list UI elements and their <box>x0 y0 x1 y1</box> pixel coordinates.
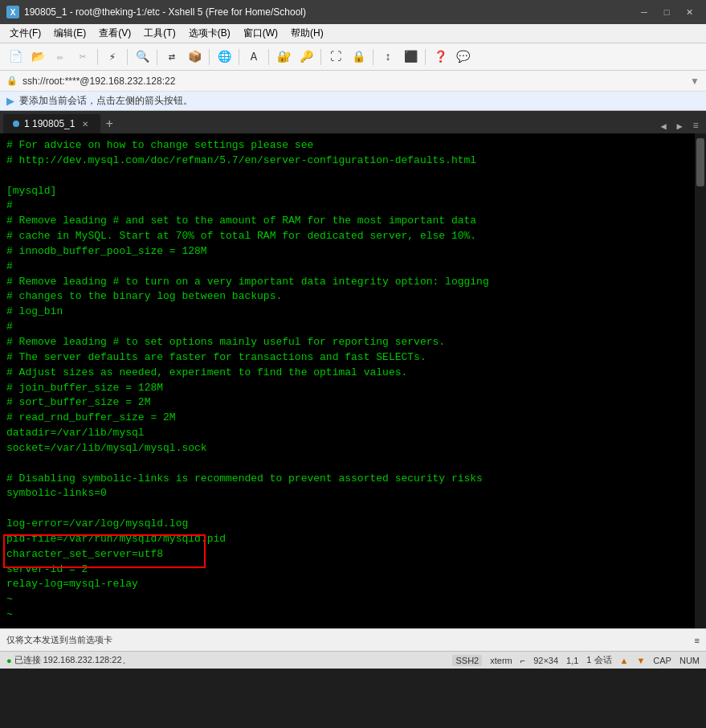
menu-help[interactable]: 帮助(H) <box>284 25 330 42</box>
menu-view[interactable]: 查看(V) <box>92 25 137 42</box>
toolbar-sep-6 <box>268 49 269 65</box>
toolbar-sep-3 <box>157 49 157 65</box>
toolbar-sep-2 <box>127 49 128 65</box>
status-bar: ● 已连接 192.168.232.128:22、 SSH2 xterm ⌐ 9… <box>0 651 706 669</box>
tab-active[interactable]: 1 190805_1 ✕ <box>3 114 100 133</box>
download-icon: ▼ <box>636 656 645 665</box>
search-button[interactable]: 🔍 <box>132 47 153 67</box>
terminal-type: xterm <box>490 656 512 665</box>
status-right: SSH2 xterm ⌐ 92×34 1,1 1 会话 ▲ ▼ CAP NUM <box>452 654 700 666</box>
tab-indicator <box>13 121 19 127</box>
terminal-wrapper: # For advice on how to change settings p… <box>0 133 706 628</box>
sessions-info: 1 会话 <box>586 654 611 666</box>
toolbar-sep-4 <box>209 49 210 65</box>
menu-file[interactable]: 文件(F) <box>3 25 47 42</box>
size-value: 92×34 <box>533 656 558 665</box>
bottom-right: ≡ <box>695 636 700 645</box>
add-tab-button[interactable]: + <box>100 116 118 133</box>
scroll-up-button[interactable]: ↕ <box>377 47 398 67</box>
transfer-button[interactable]: ⇄ <box>161 47 182 67</box>
toolbar-sep-9 <box>425 49 426 65</box>
info-text: 要添加当前会话，点击左侧的箭头按钮。 <box>19 94 193 108</box>
terminal-size: ⌐ <box>520 656 525 665</box>
address-bar: 🔒 ssh://root:****@192.168.232.128:22 ▼ <box>0 71 706 92</box>
bottom-bar: 仅将文本发送到当前选项卡 ≡ <box>0 628 706 651</box>
address-dropdown[interactable]: ▼ <box>690 76 700 87</box>
window-title: 190805_1 - root@theking-1:/etc - Xshell … <box>24 6 306 18</box>
title-bar: X 190805_1 - root@theking-1:/etc - Xshel… <box>0 0 706 24</box>
connected-indicator: ● <box>6 656 12 665</box>
toolbar-btn-b[interactable]: 🔑 <box>296 47 316 67</box>
lock-button[interactable]: 🔒 <box>348 47 369 67</box>
toolbar-btn-a[interactable]: 🔐 <box>273 47 294 67</box>
menu-window[interactable]: 窗口(W) <box>237 25 284 42</box>
app-icon: X <box>6 6 19 18</box>
scrollbar-thumb[interactable] <box>696 138 704 186</box>
new-session-button[interactable]: 📄 <box>5 47 26 67</box>
upload-icon: ▲ <box>620 656 629 665</box>
close-button[interactable]: ✕ <box>679 4 700 20</box>
tab-next-button[interactable]: ▶ <box>672 119 687 133</box>
tab-bar: 1 190805_1 ✕ + ◀ ▶ ≡ <box>0 111 706 133</box>
toolbar-sep-7 <box>320 49 321 65</box>
toolbar-btn-4[interactable]: ✂️ <box>72 47 93 67</box>
ip-address: 192.168.232.128:22、 <box>43 654 131 666</box>
toolbar-btn-3[interactable]: ✏️ <box>50 47 71 67</box>
toolbar: 📄 📂 ✏️ ✂️ ⚡ 🔍 ⇄ 📦 🌐 A 🔐 🔑 ⛶ 🔒 ↕ ⬛ ❓ 💬 <box>0 43 706 71</box>
menu-tabs[interactable]: 选项卡(B) <box>182 25 237 42</box>
terminal[interactable]: # For advice on how to change settings p… <box>0 133 706 628</box>
tab-menu-button[interactable]: ≡ <box>688 119 703 133</box>
maximize-button[interactable]: □ <box>656 4 677 20</box>
fullscreen-button[interactable]: ⛶ <box>325 47 346 67</box>
title-bar-left: X 190805_1 - root@theking-1:/etc - Xshel… <box>6 6 306 18</box>
font-button[interactable]: A <box>243 47 264 67</box>
toolbar-sep-8 <box>373 49 373 65</box>
info-bar: ▶ 要添加当前会话，点击左侧的箭头按钮。 <box>0 92 706 111</box>
bottom-left: 仅将文本发送到当前选项卡 <box>6 634 112 646</box>
connect-button[interactable]: ⚡ <box>102 47 123 67</box>
menu-edit[interactable]: 编辑(E) <box>47 25 92 42</box>
chat-button[interactable]: 💬 <box>452 47 473 67</box>
toolbar-sep-5 <box>239 49 239 65</box>
position-value: 1,1 <box>566 656 578 665</box>
globe-button[interactable]: 🌐 <box>214 47 235 67</box>
help-button[interactable]: ❓ <box>430 47 451 67</box>
lock-icon: 🔒 <box>6 76 18 86</box>
connected-label: 已连接 <box>14 654 41 666</box>
tab-label: 1 190805_1 <box>24 118 75 129</box>
address-text: ssh://root:****@192.168.232.128:22 <box>22 76 175 87</box>
menu-bar: 文件(F) 编辑(E) 查看(V) 工具(T) 选项卡(B) 窗口(W) 帮助(… <box>0 24 706 43</box>
window-controls: ─ □ ✕ <box>634 4 700 20</box>
toolbar-btn-c[interactable]: ⬛ <box>400 47 421 67</box>
toolbar-sep-1 <box>97 49 98 65</box>
tab-navigation: ◀ ▶ ≡ <box>656 119 703 133</box>
tab-close-button[interactable]: ✕ <box>80 118 91 129</box>
tab-prev-button[interactable]: ◀ <box>656 119 671 133</box>
arrow-icon: ▶ <box>6 95 14 107</box>
menu-tools[interactable]: 工具(T) <box>137 25 182 42</box>
terminal-scrollbar[interactable] <box>695 133 706 628</box>
caps-lock: CAP <box>653 656 671 665</box>
ssh2-badge: SSH2 <box>452 655 482 666</box>
open-button[interactable]: 📂 <box>27 47 48 67</box>
connection-status: ● 已连接 192.168.232.128:22、 <box>6 654 131 666</box>
minimize-button[interactable]: ─ <box>634 4 655 20</box>
num-lock: NUM <box>679 656 700 665</box>
send-text-label: 仅将文本发送到当前选项卡 <box>6 634 112 646</box>
terminal-content: # For advice on how to change settings p… <box>6 138 700 628</box>
menu-icon: ≡ <box>695 636 700 645</box>
sftp-button[interactable]: 📦 <box>184 47 205 67</box>
